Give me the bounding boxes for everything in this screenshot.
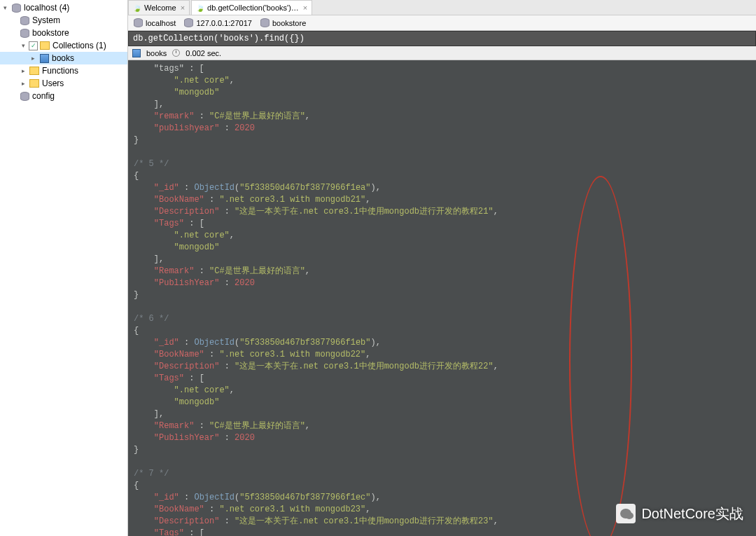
breadcrumb: localhost 127.0.0.1:27017 bookstore bbox=[128, 15, 756, 31]
tree-item-bookstore[interactable]: bookstore bbox=[0, 27, 127, 39]
folder-icon bbox=[29, 78, 40, 89]
expand-icon[interactable]: ▾ bbox=[1, 4, 9, 12]
checkbox-icon[interactable]: ✓ bbox=[29, 41, 38, 50]
tree-item-config[interactable]: config bbox=[0, 90, 127, 102]
query-input[interactable]: db.getCollection('books').find({}) bbox=[128, 31, 756, 46]
breadcrumb-database[interactable]: bookstore bbox=[258, 18, 309, 28]
tree-item-label: System bbox=[32, 15, 60, 25]
db-icon bbox=[19, 15, 30, 26]
folder-icon bbox=[29, 65, 40, 76]
result-time: 0.002 sec. bbox=[186, 49, 221, 57]
close-icon[interactable]: × bbox=[181, 4, 185, 12]
coll-icon bbox=[38, 53, 50, 64]
result-collection: books bbox=[146, 49, 167, 57]
breadcrumb-address-label: 127.0.0.1:27017 bbox=[196, 19, 252, 27]
tree-item-label: Users bbox=[42, 78, 64, 88]
tree-root-label: localhost (4) bbox=[24, 3, 69, 13]
clock-icon bbox=[172, 49, 180, 57]
host-icon bbox=[134, 18, 144, 28]
tab-label: db.getCollection('books')… bbox=[207, 4, 299, 12]
query-text: db.getCollection('books').find({}) bbox=[133, 34, 304, 43]
result-json[interactable]: "tags" : [ ".net core", "mongodb" ], "re… bbox=[128, 60, 756, 536]
watermark: DotNetCore实战 bbox=[616, 504, 743, 523]
tree-item-label: config bbox=[32, 91, 55, 101]
tree-item-collections-1-[interactable]: ▾✓Collections (1) bbox=[0, 39, 127, 52]
tab-db-getcollection-books-[interactable]: db.getCollection('books')…× bbox=[191, 0, 312, 15]
breadcrumb-host-label: localhost bbox=[146, 19, 176, 27]
expand-icon[interactable]: ▸ bbox=[29, 55, 37, 62]
expand-icon[interactable]: ▾ bbox=[20, 42, 27, 50]
tree-item-functions[interactable]: ▸Functions bbox=[0, 64, 127, 77]
leaf-icon bbox=[133, 4, 141, 12]
breadcrumb-address[interactable]: 127.0.0.1:27017 bbox=[181, 18, 255, 28]
tree-item-label: books bbox=[52, 53, 74, 63]
leaf-icon bbox=[196, 4, 204, 12]
grid-icon bbox=[132, 49, 141, 57]
wechat-icon bbox=[616, 504, 636, 523]
main-panel: Welcome×db.getCollection('books')…× loca… bbox=[128, 0, 756, 536]
expand-icon[interactable]: ▸ bbox=[20, 67, 27, 75]
breadcrumb-db-label: bookstore bbox=[272, 19, 306, 27]
host-icon bbox=[10, 2, 22, 13]
close-icon[interactable]: × bbox=[303, 4, 307, 12]
expand-icon[interactable]: ▸ bbox=[20, 80, 27, 88]
tree-item-label: Collections (1) bbox=[52, 41, 106, 50]
editor-tabs: Welcome×db.getCollection('books')…× bbox=[128, 0, 756, 15]
tree-item-label: Functions bbox=[42, 66, 78, 76]
expand-icon[interactable] bbox=[10, 17, 18, 25]
tree-item-books[interactable]: ▸books bbox=[0, 52, 127, 64]
tab-welcome[interactable]: Welcome× bbox=[128, 0, 190, 15]
breadcrumb-host[interactable]: localhost bbox=[131, 18, 178, 28]
database-icon bbox=[260, 18, 270, 28]
server-icon bbox=[184, 18, 194, 28]
tree-root[interactable]: ▾localhost (4) bbox=[0, 1, 127, 14]
db-icon bbox=[19, 90, 30, 102]
connection-tree[interactable]: ▾localhost (4)Systembookstore▾✓Collectio… bbox=[0, 0, 128, 536]
expand-icon[interactable] bbox=[10, 29, 18, 37]
results-pane[interactable]: "tags" : [ ".net core", "mongodb" ], "re… bbox=[128, 60, 756, 536]
db-icon bbox=[19, 27, 30, 39]
result-header: books 0.002 sec. bbox=[128, 46, 756, 60]
tree-item-label: bookstore bbox=[32, 28, 69, 38]
tree-item-system[interactable]: System bbox=[0, 14, 127, 27]
watermark-text: DotNetCore实战 bbox=[641, 504, 743, 523]
expand-icon[interactable] bbox=[10, 92, 18, 100]
tab-label: Welcome bbox=[144, 4, 176, 12]
tree-item-users[interactable]: ▸Users bbox=[0, 77, 127, 90]
folder-icon bbox=[39, 40, 50, 51]
